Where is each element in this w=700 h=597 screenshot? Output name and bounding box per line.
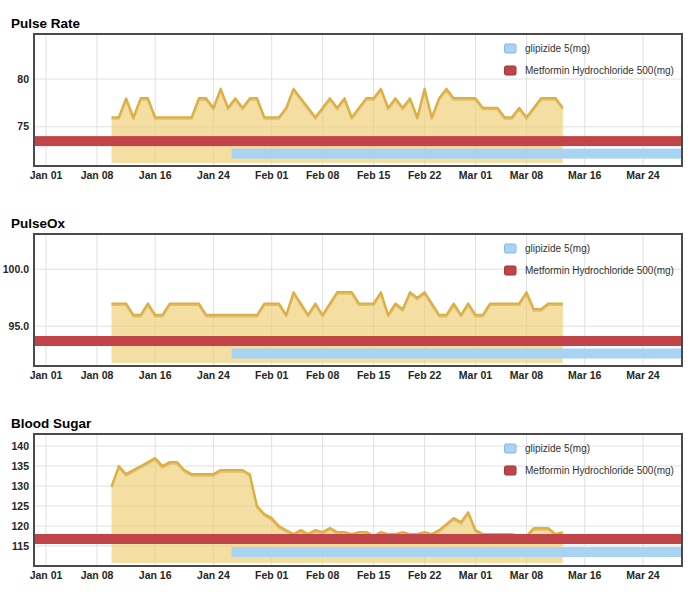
legend-item-metformin[interactable]: Metformin Hydrochloride 500(mg): [505, 65, 674, 76]
x-tick-label: Jan 08: [81, 169, 114, 181]
y-tick-label: 120: [11, 520, 29, 532]
glipizide-medication-band: [232, 547, 682, 557]
x-tick-label: Feb 22: [408, 169, 441, 181]
legend-label: glipizide 5(mg): [525, 243, 590, 254]
pulse-rate-chart: 8075Jan 01Jan 08Jan 16Jan 24Feb 01Feb 08…: [0, 33, 700, 183]
y-tick-label: 100.0: [3, 263, 29, 275]
y-tick-label: 140: [11, 440, 29, 452]
pulseox-chart: 100.095.0Jan 01Jan 08Jan 16Jan 24Feb 01F…: [0, 233, 700, 383]
x-tick-label: Jan 24: [197, 169, 230, 181]
glipizide-medication-band: [232, 149, 682, 159]
x-tick-label: Mar 24: [626, 569, 659, 581]
glipizide-legend-swatch: [505, 244, 517, 253]
x-tick-label: Feb 08: [306, 369, 339, 381]
metformin-legend-swatch: [505, 66, 517, 75]
vitals-medication-dashboard: Pulse Rate 8075Jan 01Jan 08Jan 16Jan 24F…: [0, 0, 700, 583]
blood-sugar-chart: 140135130125120115Jan 01Jan 08Jan 16Jan …: [0, 433, 700, 583]
y-tick-label: 75: [17, 120, 29, 132]
x-tick-label: Feb 22: [408, 369, 441, 381]
legend-label: glipizide 5(mg): [525, 443, 590, 454]
x-tick-label: Feb 08: [306, 169, 339, 181]
x-tick-label: Jan 16: [139, 169, 172, 181]
x-tick-label: Jan 01: [30, 169, 63, 181]
glipizide-legend-swatch: [505, 444, 517, 453]
legend-item-metformin[interactable]: Metformin Hydrochloride 500(mg): [505, 465, 674, 476]
x-tick-label: Feb 01: [255, 569, 288, 581]
x-tick-label: Mar 24: [626, 369, 659, 381]
x-tick-label: Jan 08: [81, 369, 114, 381]
x-tick-label: Mar 08: [510, 369, 543, 381]
x-tick-label: Mar 01: [459, 369, 492, 381]
chart-section-pulse-rate: Pulse Rate 8075Jan 01Jan 08Jan 16Jan 24F…: [0, 0, 700, 183]
metformin-medication-band: [34, 534, 682, 544]
x-tick-label: Feb 01: [255, 169, 288, 181]
legend-item-glipizide[interactable]: glipizide 5(mg): [505, 43, 591, 54]
y-tick-label: 135: [11, 460, 29, 472]
x-tick-label: Jan 16: [139, 369, 172, 381]
chart-title-pulseox: PulseOx: [11, 183, 700, 231]
x-tick-label: Jan 01: [30, 369, 63, 381]
x-tick-label: Feb 15: [357, 369, 390, 381]
x-tick-label: Feb 01: [255, 369, 288, 381]
x-tick-label: Jan 08: [81, 569, 114, 581]
metformin-legend-swatch: [505, 466, 517, 475]
x-tick-label: Mar 01: [459, 569, 492, 581]
legend-label: glipizide 5(mg): [525, 43, 590, 54]
chart-title-pulse-rate: Pulse Rate: [11, 0, 700, 31]
y-tick-label: 95.0: [9, 320, 30, 332]
legend-label: Metformin Hydrochloride 500(mg): [525, 65, 674, 76]
metformin-legend-swatch: [505, 266, 517, 275]
x-tick-label: Jan 24: [197, 569, 230, 581]
legend-label: Metformin Hydrochloride 500(mg): [525, 265, 674, 276]
chart-title-blood-sugar: Blood Sugar: [11, 383, 700, 431]
chart-section-blood-sugar: Blood Sugar 140135130125120115Jan 01Jan …: [0, 383, 700, 583]
chart-section-pulseox: PulseOx 100.095.0Jan 01Jan 08Jan 16Jan 2…: [0, 183, 700, 383]
legend-item-metformin[interactable]: Metformin Hydrochloride 500(mg): [505, 265, 674, 276]
x-tick-label: Feb 15: [357, 169, 390, 181]
x-tick-label: Mar 16: [568, 169, 601, 181]
legend-item-glipizide[interactable]: glipizide 5(mg): [505, 443, 591, 454]
y-tick-label: 80: [17, 73, 29, 85]
glipizide-legend-swatch: [505, 44, 517, 53]
x-tick-label: Jan 01: [30, 569, 63, 581]
x-tick-label: Jan 16: [139, 569, 172, 581]
glipizide-medication-band: [232, 349, 682, 359]
metformin-medication-band: [34, 336, 682, 346]
x-tick-label: Mar 16: [568, 369, 601, 381]
y-tick-label: 115: [12, 540, 29, 552]
x-tick-label: Jan 24: [197, 369, 230, 381]
metformin-medication-band: [34, 136, 682, 146]
x-tick-label: Mar 16: [568, 569, 601, 581]
legend-item-glipizide[interactable]: glipizide 5(mg): [505, 243, 591, 254]
x-tick-label: Mar 08: [510, 169, 543, 181]
x-tick-label: Feb 22: [408, 569, 441, 581]
x-tick-label: Feb 15: [357, 569, 390, 581]
x-tick-label: Feb 08: [306, 569, 339, 581]
x-tick-label: Mar 08: [510, 569, 543, 581]
y-tick-label: 125: [11, 500, 29, 512]
legend-label: Metformin Hydrochloride 500(mg): [525, 465, 674, 476]
x-tick-label: Mar 24: [626, 169, 659, 181]
x-tick-label: Mar 01: [459, 169, 492, 181]
y-tick-label: 130: [11, 480, 29, 492]
